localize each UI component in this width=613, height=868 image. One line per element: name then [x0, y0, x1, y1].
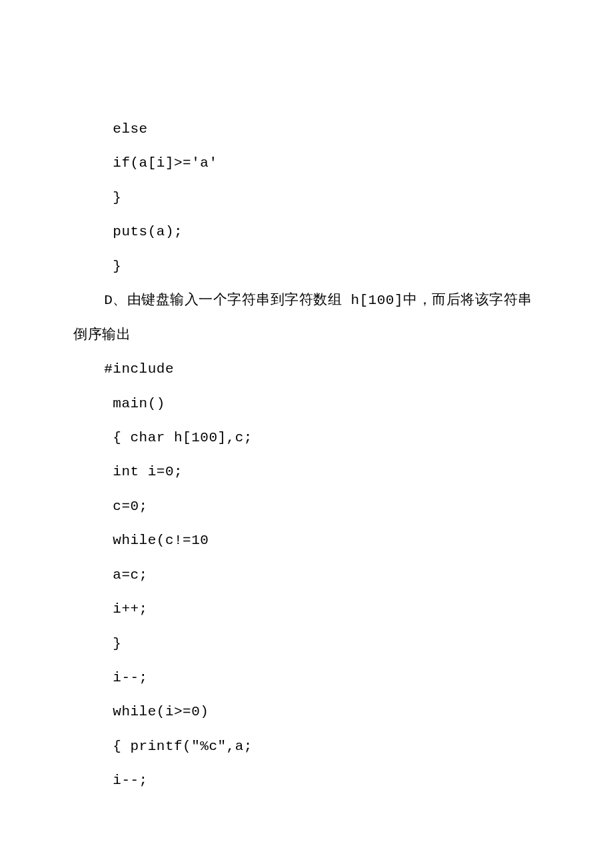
- code-line: i--;: [73, 661, 540, 695]
- code-line: if(a[i]>='a': [73, 146, 540, 180]
- code-line: c=0;: [73, 489, 540, 523]
- prose-line: D、由键盘输入一个字符串到字符数组 h[100]中，而后将该字符串倒序输出: [73, 283, 540, 352]
- code-line: else: [73, 112, 540, 146]
- code-line: int i=0;: [73, 455, 540, 489]
- code-line: a=c;: [73, 558, 540, 592]
- code-line: i--;: [73, 763, 540, 797]
- code-line: { printf("%c",a;: [73, 729, 540, 763]
- code-line: }: [73, 249, 540, 283]
- code-line: i++;: [73, 592, 540, 626]
- code-line: #include: [73, 352, 540, 386]
- code-line: }: [73, 181, 540, 215]
- code-line: }: [73, 627, 540, 661]
- document-page: else if(a[i]>='a' } puts(a); } D、由键盘输入一个…: [0, 0, 613, 868]
- code-line: puts(a);: [73, 215, 540, 249]
- code-line: while(c!=10: [73, 523, 540, 557]
- code-line: main(): [73, 387, 540, 421]
- code-line: { char h[100],c;: [73, 421, 540, 455]
- code-line: while(i>=0): [73, 695, 540, 729]
